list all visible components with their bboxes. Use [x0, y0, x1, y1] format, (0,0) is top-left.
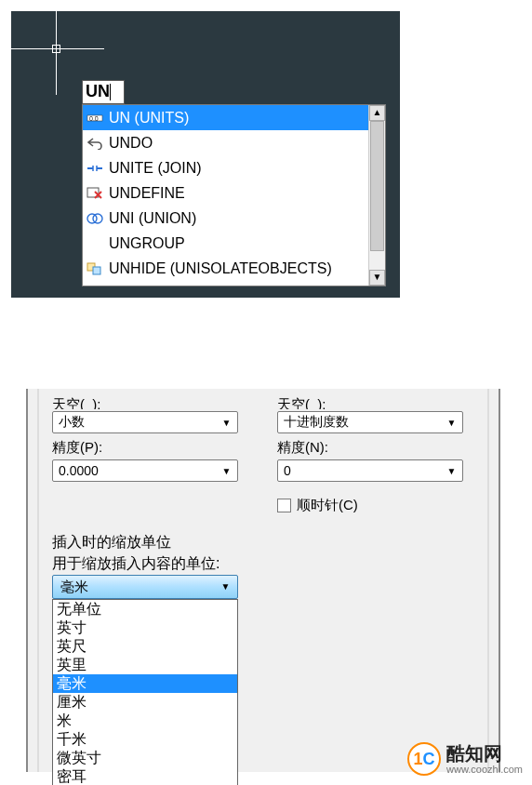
autocomplete-item-label: UN (UNITS) — [109, 110, 189, 126]
clockwise-checkbox[interactable] — [277, 499, 291, 512]
angle-type-combo[interactable]: 十进制度数 ▼ — [277, 411, 463, 433]
autocomplete-item-label: UNHIDE (UNISOLATEOBJECTS) — [109, 260, 332, 277]
scroll-down-button[interactable]: ▼ — [369, 270, 385, 286]
autocomplete-item-uni-union[interactable]: UNI (UNION) — [83, 206, 368, 231]
length-type-label: 天空(_): — [52, 396, 101, 409]
join-icon — [86, 161, 103, 176]
scroll-thumb[interactable] — [370, 121, 384, 251]
combo-value: 0.0000 — [59, 463, 99, 478]
autocomplete-item-label: UNDO — [109, 135, 153, 152]
unit-option-mm[interactable]: 毫米 — [53, 674, 237, 693]
unhide-icon — [86, 261, 103, 276]
angle-precision-combo[interactable]: 0 ▼ — [277, 459, 463, 482]
length-type-combo[interactable]: 小数 ▼ — [52, 411, 238, 433]
dialog-content: 天空(_): 小数 ▼ 精度(P): 0.0000 ▼ 天空(_): 十进制度数 — [28, 389, 499, 772]
angle-precision-label: 精度(N): — [277, 439, 328, 457]
autocomplete-list: 0.0 UN (UNITS) UNDO UNITE (JOIN) — [83, 105, 368, 286]
chevron-down-icon: ▼ — [445, 464, 459, 478]
unit-option-mile[interactable]: 英里 — [53, 656, 237, 674]
autocomplete-item-undefine[interactable]: UNDEFINE — [83, 180, 368, 206]
insertion-scale-subtitle: 用于缩放插入内容的单位: — [52, 554, 219, 574]
unit-option-cm[interactable]: 厘米 — [53, 693, 237, 712]
autocomplete-item-label: UNGROUP — [109, 235, 185, 252]
union-icon — [86, 211, 103, 226]
unit-option-km[interactable]: 千米 — [53, 730, 237, 749]
svg-text:0.0: 0.0 — [89, 115, 99, 122]
undefine-icon — [86, 186, 103, 201]
unit-option-m[interactable]: 米 — [53, 712, 237, 730]
watermark-url: www.coozhi.com — [446, 764, 523, 775]
autocomplete-item-unite-join[interactable]: UNITE (JOIN) — [83, 155, 368, 180]
text-caret — [110, 84, 111, 100]
chevron-down-icon: ▼ — [445, 416, 459, 430]
unit-option-inch[interactable]: 英寸 — [53, 619, 237, 637]
angle-type-label: 天空(_): — [277, 396, 326, 409]
unit-option-microinch[interactable]: 微英寸 — [53, 749, 237, 767]
watermark-title: 酷知网 — [446, 743, 523, 764]
scroll-up-button[interactable]: ▲ — [369, 105, 385, 121]
crosshair-vertical — [56, 11, 57, 95]
watermark-text: 酷知网 www.coozhi.com — [446, 743, 523, 775]
svg-rect-12 — [93, 267, 100, 274]
crosshair-pickbox — [52, 45, 60, 53]
insertion-unit-listbox: 无单位 英寸 英尺 英里 毫米 厘米 米 千米 微英寸 密耳 — [52, 599, 238, 785]
combo-value: 0 — [284, 463, 291, 478]
autocomplete-popup: 0.0 UN (UNITS) UNDO UNITE (JOIN) — [82, 104, 386, 286]
unit-option-mil[interactable]: 密耳 — [53, 767, 237, 785]
length-precision-combo[interactable]: 0.0000 ▼ — [52, 459, 238, 482]
watermark-logo-letter2: C — [423, 750, 435, 769]
chevron-down-icon: ▼ — [219, 464, 233, 478]
length-precision-label: 精度(P): — [52, 439, 102, 457]
chevron-down-icon: ▼ — [219, 416, 233, 430]
autocomplete-item-undo[interactable]: UNDO — [83, 130, 368, 155]
combo-value: 十进制度数 — [284, 414, 349, 431]
command-input[interactable]: UN — [82, 80, 125, 104]
unit-option-foot[interactable]: 英尺 — [53, 637, 237, 656]
clockwise-row: 顺时针(C) — [277, 497, 358, 514]
chevron-down-icon: ▼ — [218, 579, 233, 595]
svg-point-10 — [93, 214, 102, 223]
autocomplete-item-label: UNITE (JOIN) — [109, 160, 202, 177]
autocomplete-scrollbar[interactable]: ▲ ▼ — [368, 105, 385, 286]
clockwise-label: 顺时针(C) — [297, 497, 358, 514]
insertion-scale-title: 插入时的缩放单位 — [52, 533, 171, 552]
autocomplete-item-label: UNI (UNION) — [109, 210, 196, 227]
insertion-unit-combo[interactable]: 毫米 ▼ — [52, 575, 238, 599]
combo-value: 小数 — [59, 414, 85, 431]
unit-option-none[interactable]: 无单位 — [53, 600, 237, 619]
undo-icon — [86, 136, 103, 151]
units-dialog: 天空(_): 小数 ▼ 精度(P): 0.0000 ▼ 天空(_): 十进制度数 — [26, 389, 500, 772]
combo-value: 毫米 — [60, 579, 88, 596]
watermark: 1C 酷知网 www.coozhi.com — [407, 742, 523, 776]
watermark-logo: 1C — [407, 742, 441, 776]
autocomplete-item-label: UNDEFINE — [109, 185, 185, 202]
watermark-logo-letter1: 1 — [414, 750, 423, 769]
autocomplete-item-un-units[interactable]: 0.0 UN (UNITS) — [83, 105, 368, 130]
autocomplete-item-ungroup[interactable]: UNGROUP — [83, 231, 368, 256]
dimension-icon: 0.0 — [86, 111, 103, 126]
blank-icon — [86, 236, 103, 251]
command-input-text: UN — [86, 82, 110, 100]
cad-drawing-area: UN 0.0 UN (UNITS) UNDO UNITE (JOIN) — [11, 11, 400, 298]
autocomplete-item-unhide[interactable]: UNHIDE (UNISOLATEOBJECTS) — [83, 256, 368, 281]
